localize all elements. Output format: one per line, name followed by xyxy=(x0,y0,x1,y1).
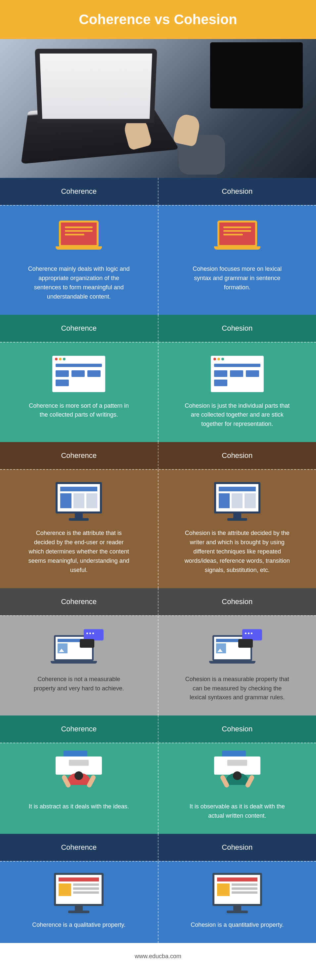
monitor-content-icon xyxy=(13,872,145,915)
section-header-5: Coherence Cohesion xyxy=(0,716,316,743)
hero-image xyxy=(0,39,316,178)
page-title: Coherence vs Cohesion xyxy=(0,0,316,39)
section-header-2: Coherence Cohesion xyxy=(0,315,316,342)
cohesion-text-1: Cohesion focuses more on lexical syntax … xyxy=(184,264,290,292)
cohesion-text-5: It is observable as it is dealt with the… xyxy=(184,802,290,821)
browser-window-icon xyxy=(172,352,303,395)
section-header-4: Coherence Cohesion xyxy=(0,588,316,615)
laptop-icon xyxy=(13,216,145,259)
header-cohesion: Cohesion xyxy=(158,588,316,615)
person-desk-icon xyxy=(172,753,303,796)
cohesion-text-2: Cohesion is just the individual parts th… xyxy=(184,401,290,429)
header-cohesion: Cohesion xyxy=(158,716,316,743)
coherence-text-4: Coherence is not a measurable property a… xyxy=(26,675,132,693)
coherence-text-1: Coherence mainly deals with logic and ap… xyxy=(26,264,132,302)
comparison-row-1: Coherence mainly deals with logic and ap… xyxy=(0,205,316,315)
header-cohesion: Cohesion xyxy=(158,834,316,861)
comparison-row-4: Coherence is not a measurable property a… xyxy=(0,615,316,716)
footer-url: www.educba.com xyxy=(0,943,316,970)
header-cohesion: Cohesion xyxy=(158,178,316,205)
chat-laptop-icon xyxy=(172,626,303,669)
section-header-1: Coherence Cohesion xyxy=(0,178,316,205)
monitor-icon xyxy=(13,480,145,523)
header-coherence: Coherence xyxy=(0,716,158,743)
laptop-icon xyxy=(172,216,303,259)
comparison-row-5: It is abstract as it deals with the idea… xyxy=(0,743,316,834)
header-coherence: Coherence xyxy=(0,588,158,615)
comparison-row-3: Coherence is the attribute that is decid… xyxy=(0,469,316,588)
header-coherence: Coherence xyxy=(0,178,158,205)
cohesion-text-4: Cohesion is a measurable property that c… xyxy=(184,675,290,703)
cohesion-text-6: Cohesion is a quantitative property. xyxy=(184,921,290,930)
monitor-content-icon xyxy=(172,872,303,915)
coherence-text-5: It is abstract as it deals with the idea… xyxy=(26,802,132,811)
cohesion-text-3: Cohesion is the attribute decided by the… xyxy=(184,529,290,574)
comparison-row-2: Coherence is more sort of a pattern in t… xyxy=(0,342,316,442)
section-header-6: Coherence Cohesion xyxy=(0,834,316,861)
person-desk-icon xyxy=(13,753,145,796)
header-cohesion: Cohesion xyxy=(158,315,316,342)
comparison-row-6: Coherence is a qualitative property. Coh… xyxy=(0,861,316,943)
infographic: Coherence vs Cohesion Coherence Cohesion… xyxy=(0,0,316,970)
header-coherence: Coherence xyxy=(0,442,158,469)
header-cohesion: Cohesion xyxy=(158,442,316,469)
coherence-text-3: Coherence is the attribute that is decid… xyxy=(26,529,132,574)
chat-laptop-icon xyxy=(13,626,145,669)
browser-window-icon xyxy=(13,352,145,395)
section-header-3: Coherence Cohesion xyxy=(0,442,316,469)
header-coherence: Coherence xyxy=(0,834,158,861)
header-coherence: Coherence xyxy=(0,315,158,342)
coherence-text-6: Coherence is a qualitative property. xyxy=(26,921,132,930)
coherence-text-2: Coherence is more sort of a pattern in t… xyxy=(26,401,132,420)
monitor-icon xyxy=(172,480,303,523)
